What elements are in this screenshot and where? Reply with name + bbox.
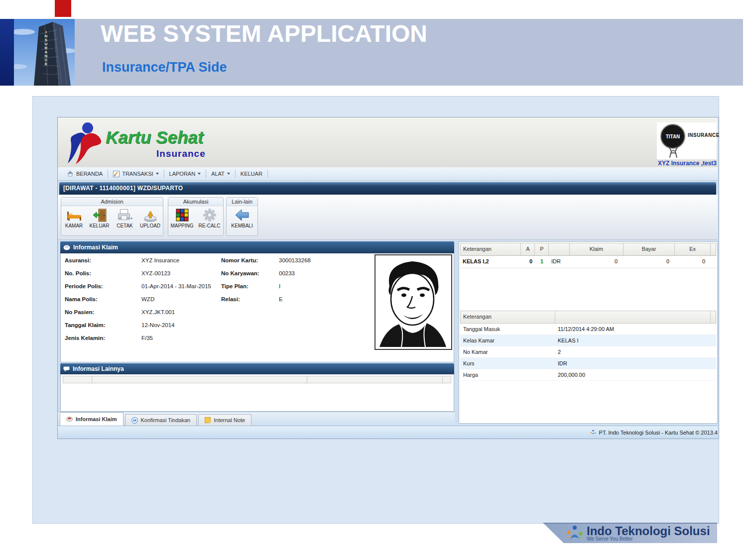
chevron-down-icon [227, 173, 230, 175]
slide: INSURANCE WEB SYSTEM APPLICATION Insuran… [0, 0, 747, 560]
bed-icon [66, 208, 82, 223]
status-text: PT. Indo Teknologi Solusi - Kartu Sehat … [599, 430, 718, 436]
informasi-lainnya-header: Informasi Lainnya [60, 363, 454, 374]
cell-klaim: 0 [570, 256, 623, 268]
cetak-button[interactable]: CETAK [113, 208, 137, 228]
field-value: I [279, 283, 280, 289]
red-accent-tab [55, 0, 71, 17]
detail-label: Kelas Kamar [460, 335, 555, 346]
field-value: 00233 [279, 270, 295, 276]
field-label: No. Polis: [65, 270, 91, 276]
chevron-down-icon [156, 173, 159, 175]
kembali-button[interactable]: KEMBALI [228, 208, 256, 228]
tab-internal-note[interactable]: Internal Note [198, 414, 251, 426]
field-label: Tipe Plan: [221, 283, 249, 289]
detail-value: 2 [555, 346, 716, 357]
field-value: F/35 [141, 335, 153, 341]
field-label: Nama Polis: [65, 296, 98, 302]
printer-icon [117, 208, 133, 223]
field-value: XYZ-00123 [141, 270, 170, 276]
titan-insurance-logo: TITAN INSURANCE [657, 122, 717, 159]
detail-table-header: Keterangan [460, 311, 716, 324]
field-value: 12-Nov-2014 [141, 322, 174, 328]
detail-row[interactable]: No Kamar 2 [460, 346, 716, 358]
menu-item-laporan[interactable]: LAPORAN [164, 167, 206, 180]
app-window: Kartu Sehat Insurance TITAN INSURANCE XY… [57, 117, 719, 439]
gear-icon [202, 208, 218, 223]
col-currency[interactable] [549, 243, 570, 255]
app-menu-bar: BERANDA TRANSAKSI LAPORAN ALAT [58, 167, 718, 181]
toolbar-button-label: CETAK [117, 223, 133, 228]
col-p[interactable]: P [535, 243, 549, 255]
cell-keterangan: KELAS I,2 [460, 256, 521, 268]
col-value[interactable] [555, 311, 711, 323]
menu-label: BERANDA [76, 171, 103, 177]
field-value: WZD [141, 296, 154, 302]
field-value: 01-Apr-2014 - 31-Mar-2015 [141, 283, 211, 289]
home-icon [67, 171, 74, 177]
menu-separator [267, 170, 268, 178]
door-exit-icon [92, 208, 108, 223]
company-mark-icon [590, 429, 597, 436]
menu-item-transaksi[interactable]: TRANSAKSI [108, 167, 163, 180]
benefit-table-header: Keterangan A P Klaim Bayar Ex [460, 243, 716, 256]
keluar-button[interactable]: KELUAR [87, 208, 112, 228]
col-keterangan[interactable]: Keterangan [461, 243, 521, 255]
detail-row[interactable]: Kelas Kamar KELAS I [460, 335, 716, 346]
slide-title: WEB SYSTEM APPLICATION [101, 20, 427, 47]
detail-row[interactable]: Tanggal Masuk 11/12/2014 4:29:00 AM [460, 324, 716, 335]
detail-value: 11/12/2014 4:29:00 AM [555, 324, 716, 335]
toolbar-group-lainlain: Lain-lain KEMBALI [226, 197, 258, 236]
menu-item-beranda[interactable]: BERANDA [62, 167, 108, 180]
detail-row[interactable]: Kurs IDR [460, 358, 716, 369]
informasi-klaim-panel: Informasi Klaim Asuransi: XYZ Insurance … [60, 241, 454, 362]
cell-a: 0 [521, 256, 535, 268]
toolbar-group-caption: Akumulasi [168, 198, 223, 206]
menu-item-keluar[interactable]: KELUAR [236, 167, 267, 180]
logged-in-user-label: XYZ Insurance ,test3 [596, 160, 717, 167]
col-keterangan[interactable]: Keterangan [461, 311, 555, 323]
cup-icon [66, 417, 73, 422]
cell-currency: IDR [549, 256, 570, 268]
menu-item-alat[interactable]: ALAT [206, 167, 235, 180]
app-header: Kartu Sehat Insurance TITAN INSURANCE XY… [58, 117, 718, 168]
recalc-button[interactable]: RE-CALC [197, 208, 222, 228]
field-label: Jenis Kelamin: [65, 335, 105, 341]
footer-brand-block: Indo Teknologi Solusi We Serve You Bette… [587, 526, 710, 542]
upload-button[interactable]: UPLOAD [138, 208, 162, 228]
menu-label: KELUAR [241, 171, 262, 177]
kamar-button[interactable]: KAMAR [62, 208, 86, 228]
slide-footer-band: Indo Teknologi Solusi We Serve You Bette… [543, 523, 717, 543]
panel-title: Informasi Lainnya [73, 365, 124, 372]
col-klaim[interactable]: Klaim [570, 243, 623, 255]
detail-label: Kurs [460, 358, 555, 369]
detail-label: Tanggal Masuk [460, 324, 555, 335]
benefit-detail-panel: Keterangan A P Klaim Bayar Ex KELAS I,2 … [459, 241, 718, 424]
col-ex[interactable]: Ex [675, 243, 711, 255]
tab-informasi-klaim[interactable]: Informasi Klaim [60, 412, 124, 426]
rubik-cube-icon [174, 208, 190, 223]
col-bayar[interactable]: Bayar [623, 243, 675, 255]
benefit-table-row[interactable]: KELAS I,2 0 1 IDR 0 0 0 [460, 256, 716, 268]
col-a[interactable]: A [521, 243, 535, 255]
menu-label: LAPORAN [169, 171, 196, 177]
field-label: Nomor Kartu: [221, 257, 258, 263]
cell-ex: 0 [675, 256, 711, 268]
tab-label: Internal Note [214, 417, 245, 423]
tab-konfirmasi-tindakan[interactable]: Konfirmasi Tindakan [125, 414, 197, 426]
field-label: Asuransi: [65, 257, 91, 263]
field-value: E [279, 296, 283, 302]
toolbar-group-caption: Lain-lain [227, 198, 257, 206]
field-value: 3000133268 [279, 257, 311, 263]
footer-brand: Indo Teknologi Solusi [587, 526, 710, 537]
detail-row[interactable]: Harga 200,000.00 [460, 369, 716, 381]
mapping-button[interactable]: MAPPING [170, 208, 194, 228]
atlas-figure-icon [665, 146, 682, 158]
cell-p: 1 [535, 256, 549, 268]
table-header-cell [307, 376, 443, 383]
detail-label: Harga [460, 369, 555, 380]
app-toolbar: Admision KAMAR [58, 195, 718, 240]
slide-header-band: WEB SYSTEM APPLICATION Insurance/TPA Sid… [75, 19, 743, 86]
slide-subtitle: Insurance/TPA Side [102, 60, 227, 75]
toolbar-group-akumulasi: Akumulasi MAPPING [168, 197, 224, 236]
